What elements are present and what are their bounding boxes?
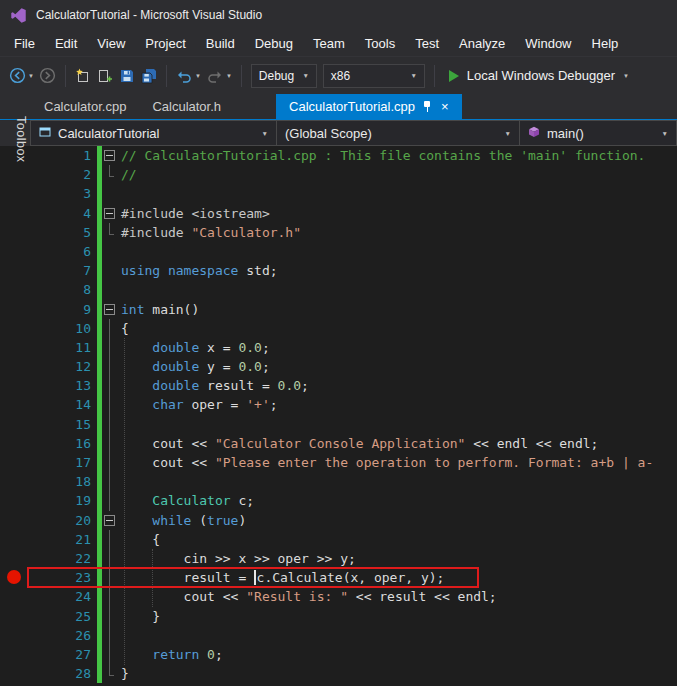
new-project-button[interactable] (72, 64, 94, 88)
breakpoint-margin[interactable] (0, 338, 29, 357)
code-text[interactable]: Calculator c; (118, 491, 677, 510)
code-text[interactable]: result = c.Calculate(x, oper, y); (118, 568, 677, 587)
menu-item-file[interactable]: File (4, 33, 45, 54)
code-text[interactable]: int main() (118, 300, 677, 319)
fold-toggle-icon[interactable] (104, 515, 115, 526)
breakpoint-margin[interactable] (0, 184, 29, 203)
code-editor[interactable]: 1// CalculatorTutorial.cpp : This file c… (0, 146, 677, 686)
breakpoint-dot[interactable] (7, 570, 21, 584)
undo-button[interactable] (173, 64, 195, 88)
navigate-forward-button[interactable] (37, 64, 59, 88)
breakpoint-margin[interactable] (0, 491, 29, 510)
menu-item-window[interactable]: Window (515, 33, 581, 54)
breakpoint-margin[interactable] (0, 587, 29, 606)
breakpoint-margin[interactable] (0, 511, 29, 530)
start-debugging-button[interactable]: Local Windows Debugger ▼ (449, 68, 632, 83)
menu-item-team[interactable]: Team (303, 33, 355, 54)
code-text[interactable] (118, 472, 677, 491)
code-text[interactable]: cout << "Calculator Console Application"… (118, 434, 677, 453)
code-text[interactable]: return 0; (118, 645, 677, 664)
code-text[interactable] (118, 626, 677, 645)
code-text[interactable]: #include "Calculator.h" (118, 223, 677, 242)
breakpoint-margin[interactable] (0, 415, 29, 434)
menu-item-build[interactable]: Build (196, 33, 245, 54)
code-text[interactable]: { (118, 530, 677, 549)
menu-item-view[interactable]: View (87, 33, 135, 54)
breakpoint-margin[interactable] (0, 626, 29, 645)
redo-button[interactable] (204, 64, 226, 88)
menu-item-test[interactable]: Test (405, 33, 449, 54)
member-dropdown[interactable]: main() ▼ (519, 120, 677, 146)
breakpoint-margin[interactable] (0, 261, 29, 280)
code-text[interactable]: cin >> x >> oper >> y; (118, 549, 677, 568)
debug-config-dropdown[interactable]: Debug ▼ (251, 64, 317, 88)
menu-item-edit[interactable]: Edit (45, 33, 87, 54)
code-text[interactable]: // (118, 165, 677, 184)
fold-margin (102, 434, 118, 453)
breakpoint-margin[interactable] (0, 395, 29, 414)
code-text[interactable] (118, 184, 677, 203)
save-button[interactable] (116, 64, 138, 88)
breakpoint-margin[interactable] (0, 645, 29, 664)
fold-toggle-icon[interactable] (104, 304, 115, 315)
code-text[interactable]: double result = 0.0; (118, 376, 677, 395)
breakpoint-margin[interactable] (0, 319, 29, 338)
code-token: { (121, 532, 160, 547)
chevron-down-icon[interactable]: ▼ (195, 73, 201, 79)
fold-toggle-icon[interactable] (104, 150, 115, 161)
save-all-button[interactable] (138, 64, 160, 88)
code-text[interactable]: // CalculatorTutorial.cpp : This file co… (118, 146, 677, 165)
breakpoint-margin[interactable] (0, 376, 29, 395)
code-text[interactable]: char oper = '+'; (118, 395, 677, 414)
menu-item-project[interactable]: Project (135, 33, 195, 54)
menu-item-tools[interactable]: Tools (355, 33, 405, 54)
code-text[interactable] (118, 242, 677, 261)
breakpoint-margin[interactable] (0, 664, 29, 683)
breakpoint-margin[interactable] (0, 453, 29, 472)
menu-item-help[interactable]: Help (582, 33, 629, 54)
tab-Calculator.cpp[interactable]: Calculator.cpp (31, 94, 139, 119)
code-text[interactable]: double x = 0.0; (118, 338, 677, 357)
fold-toggle-icon[interactable] (104, 208, 115, 219)
breakpoint-margin[interactable] (0, 280, 29, 299)
breakpoint-margin[interactable] (0, 357, 29, 376)
breakpoint-margin[interactable] (0, 434, 29, 453)
breakpoint-margin[interactable] (0, 530, 29, 549)
platform-dropdown[interactable]: x86 ▼ (323, 64, 425, 88)
breakpoint-margin[interactable] (0, 223, 29, 242)
toolbox-panel-tab[interactable]: Toolbox (2, 97, 28, 181)
breakpoint-margin[interactable] (0, 300, 29, 319)
chevron-down-icon[interactable]: ▼ (226, 73, 232, 79)
breakpoint-margin[interactable] (0, 472, 29, 491)
close-icon[interactable]: × (440, 100, 449, 113)
scope-dropdown[interactable]: (Global Scope) ▼ (276, 120, 520, 146)
code-text[interactable]: cout << "Result is: " << result << endl; (118, 587, 677, 606)
code-token: "Calculator.h" (191, 225, 301, 240)
breakpoint-margin[interactable] (0, 568, 29, 587)
add-item-button[interactable] (94, 64, 116, 88)
code-text[interactable]: } (118, 664, 677, 683)
code-text[interactable]: double y = 0.0; (118, 357, 677, 376)
navigate-back-button[interactable] (6, 64, 28, 88)
breakpoint-margin[interactable] (0, 607, 29, 626)
code-text[interactable] (118, 280, 677, 299)
code-text[interactable]: cout << "Please enter the operation to p… (118, 453, 677, 472)
code-text[interactable]: using namespace std; (118, 261, 677, 280)
breakpoint-margin[interactable] (0, 549, 29, 568)
tab-CalculatorTutorial.cpp[interactable]: CalculatorTutorial.cpp× (276, 94, 462, 119)
code-text[interactable]: { (118, 319, 677, 338)
line-number: 21 (29, 530, 97, 549)
code-text[interactable]: } (118, 607, 677, 626)
code-text[interactable] (118, 415, 677, 434)
code-text[interactable]: while (true) (118, 511, 677, 530)
menu-item-analyze[interactable]: Analyze (449, 33, 515, 54)
pin-icon[interactable] (422, 100, 433, 113)
breakpoint-margin[interactable] (0, 204, 29, 223)
chevron-down-icon[interactable]: ▼ (28, 73, 34, 79)
breakpoint-margin[interactable] (0, 242, 29, 261)
code-text[interactable]: #include <iostream> (118, 204, 677, 223)
project-dropdown[interactable]: CalculatorTutorial ▼ (30, 120, 277, 146)
tab-Calculator.h[interactable]: Calculator.h (139, 94, 234, 119)
menu-item-debug[interactable]: Debug (245, 33, 303, 54)
code-token: double (152, 340, 199, 355)
